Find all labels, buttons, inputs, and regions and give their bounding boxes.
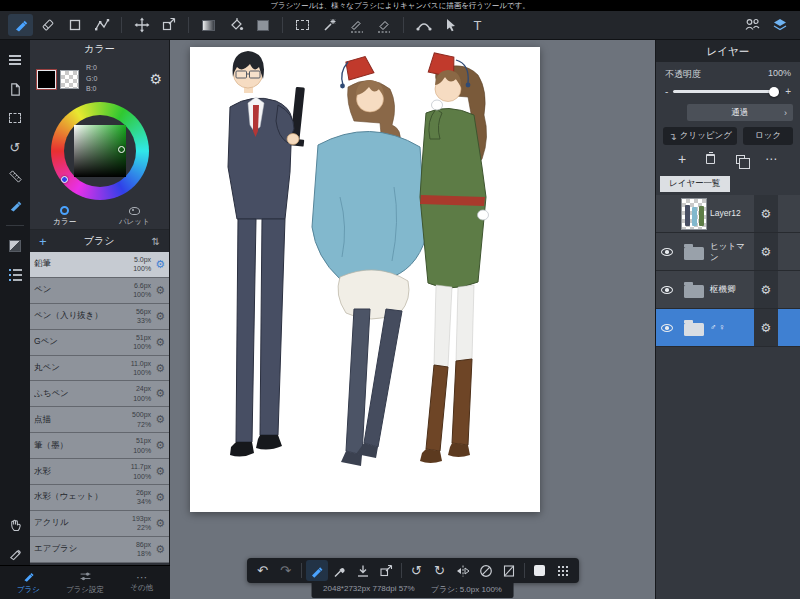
marker-pen-button[interactable] <box>1 193 29 217</box>
sv-knob[interactable] <box>118 146 125 153</box>
bucket-tool[interactable] <box>223 14 248 36</box>
brush-item[interactable]: 水彩 11.7px 100% ⚙ <box>30 459 169 485</box>
layer-gear-icon[interactable]: ⚙ <box>754 271 778 308</box>
select-rect-tool[interactable] <box>290 14 315 36</box>
select-eraser-tool[interactable] <box>371 14 396 36</box>
brush-gear-icon[interactable]: ⚙ <box>155 362 165 375</box>
disable-draw-button[interactable] <box>475 560 497 581</box>
brush-item[interactable]: ふちペン 24px 100% ⚙ <box>30 381 169 407</box>
brush-gear-icon[interactable]: ⚙ <box>155 439 165 452</box>
lock-button[interactable]: ロック <box>743 127 793 145</box>
color-settings-gear-icon[interactable]: ⚙ <box>149 71 162 87</box>
layer-visibility-toggle[interactable] <box>656 210 678 218</box>
hue-knob[interactable] <box>61 176 68 183</box>
brush-item[interactable]: 丸ペン 11.0px 100% ⚙ <box>30 356 169 382</box>
brush-gear-icon[interactable]: ⚙ <box>155 413 165 426</box>
brush-gear-icon[interactable]: ⚙ <box>155 284 165 297</box>
layer-row[interactable]: ヒットマン ⚙ <box>656 233 800 271</box>
transform-canvas-button[interactable] <box>375 560 397 581</box>
snap-curve-tool[interactable] <box>411 14 436 36</box>
layer-more-button[interactable]: ⋯ <box>765 152 778 166</box>
brush-gear-icon[interactable]: ⚙ <box>155 517 165 530</box>
save-download-button[interactable] <box>352 560 374 581</box>
tab-palette[interactable]: パレット <box>100 204 170 229</box>
text-tool[interactable]: T <box>465 14 490 36</box>
ruler-button[interactable] <box>1 164 29 188</box>
cursor-tool[interactable] <box>438 14 463 36</box>
menu-button[interactable] <box>1 48 29 72</box>
opacity-slider-knob[interactable] <box>769 87 779 97</box>
undo-button[interactable]: ↶ <box>252 560 274 581</box>
clipping-button[interactable]: ↴ クリッピング <box>663 127 737 145</box>
canvas[interactable] <box>190 47 540 512</box>
layer-row[interactable]: ♂ ♀ ⚙ <box>656 309 800 347</box>
opacity-plus[interactable]: + <box>785 86 791 97</box>
layer-visibility-toggle[interactable] <box>656 248 678 256</box>
brush-gear-icon[interactable]: ⚙ <box>155 387 165 400</box>
pen-cursor-button[interactable] <box>1 541 29 565</box>
brush-item[interactable]: ペン 6.6px 100% ⚙ <box>30 278 169 304</box>
select-pen-tool[interactable] <box>344 14 369 36</box>
brush-item[interactable]: Gペン 51px 100% ⚙ <box>30 330 169 356</box>
brush-item[interactable]: エアブラシ 86px 18% ⚙ <box>30 537 169 563</box>
tab-other[interactable]: ⋯ その他 <box>113 573 170 593</box>
grid-toggle-button[interactable] <box>552 560 574 581</box>
brush-gear-icon[interactable]: ⚙ <box>155 543 165 556</box>
opacity-minus[interactable]: - <box>665 86 668 97</box>
layer-row[interactable]: 枢機卿 ⚙ <box>656 271 800 309</box>
primary-color-swatch[interactable] <box>37 70 56 89</box>
layer-gear-icon[interactable]: ⚙ <box>754 233 778 270</box>
blend-mode-button[interactable]: 通過 › <box>687 104 793 121</box>
brush-item[interactable]: 水彩（ウェット） 26px 34% ⚙ <box>30 485 169 511</box>
brush-gear-icon[interactable]: ⚙ <box>155 258 165 271</box>
brush-item[interactable]: ペン（入り抜き） 56px 33% ⚙ <box>30 304 169 330</box>
brush-item[interactable]: 鉛筆 5.0px 100% ⚙ <box>30 252 169 278</box>
draw-mode-button[interactable] <box>306 560 328 581</box>
tab-color[interactable]: カラー <box>30 204 100 229</box>
move-tool[interactable] <box>129 14 154 36</box>
clear-layer-button[interactable] <box>498 560 520 581</box>
rotate-cw-button[interactable]: ↻ <box>429 560 451 581</box>
tab-brush-settings[interactable]: ブラシ設定 <box>57 570 114 595</box>
brush-sort-button[interactable]: ⇅ <box>152 236 160 247</box>
tone-tool[interactable] <box>250 14 275 36</box>
color-wheel[interactable] <box>30 100 169 204</box>
eyedropper-button[interactable] <box>329 560 351 581</box>
rotate-reset-button[interactable]: ↺ <box>1 135 29 159</box>
opacity-slider[interactable] <box>673 90 780 93</box>
layer-gear-icon[interactable]: ⚙ <box>754 195 778 232</box>
gradient-tool[interactable] <box>196 14 221 36</box>
layer-row[interactable]: Layer12 ⚙ <box>656 195 800 233</box>
layers-panel-toggle[interactable] <box>767 14 792 36</box>
materials-button[interactable] <box>1 263 29 287</box>
canvas-file-button[interactable] <box>1 77 29 101</box>
tab-brush[interactable]: ブラシ <box>0 570 57 595</box>
halftone-button[interactable] <box>1 234 29 258</box>
layer-visibility-toggle[interactable] <box>656 324 678 332</box>
eraser-tool[interactable] <box>35 14 60 36</box>
brush-item[interactable]: 筆（墨） 51px 100% ⚙ <box>30 433 169 459</box>
brush-gear-icon[interactable]: ⚙ <box>155 465 165 478</box>
add-brush-button[interactable]: + <box>39 234 47 249</box>
brush-gear-icon[interactable]: ⚙ <box>155 310 165 323</box>
magic-wand-tool[interactable] <box>317 14 342 36</box>
brush-item[interactable]: アクリル 193px 22% ⚙ <box>30 511 169 537</box>
rotate-ccw-button[interactable]: ↺ <box>406 560 428 581</box>
transparent-color-swatch[interactable] <box>60 70 79 89</box>
brush-tool[interactable] <box>8 14 33 36</box>
background-toggle-button[interactable] <box>529 560 551 581</box>
hand-scroll-button[interactable] <box>1 512 29 536</box>
add-layer-button[interactable]: + <box>678 151 686 167</box>
brush-gear-icon[interactable]: ⚙ <box>155 491 165 504</box>
select-menu-button[interactable] <box>1 106 29 130</box>
collaboration-button[interactable] <box>740 14 765 36</box>
control-point-tool[interactable] <box>89 14 114 36</box>
delete-layer-button trash-icon[interactable] <box>706 154 715 164</box>
layer-gear-icon[interactable]: ⚙ <box>754 309 778 346</box>
redo-button[interactable]: ↷ <box>275 560 297 581</box>
layer-visibility-toggle[interactable] <box>656 286 678 294</box>
flip-horizontal-button[interactable] <box>452 560 474 581</box>
transform-tool[interactable] <box>156 14 181 36</box>
shape-tool[interactable] <box>62 14 87 36</box>
duplicate-layer-button duplicate-icon[interactable] <box>736 155 745 164</box>
